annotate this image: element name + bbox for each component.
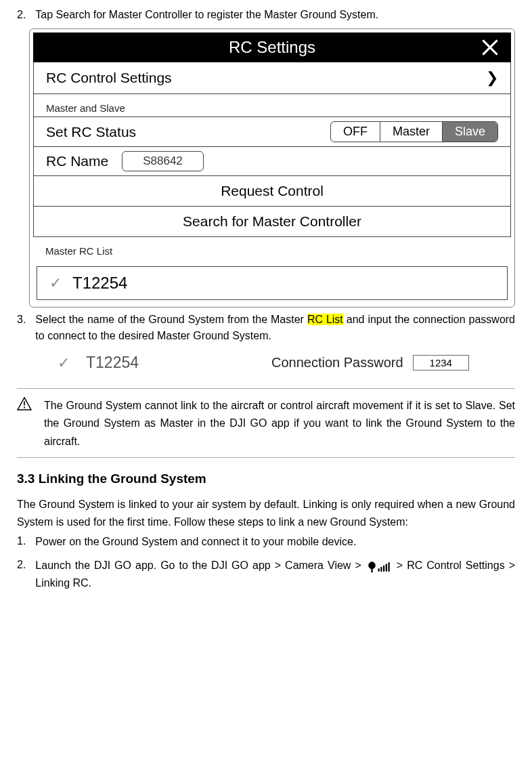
svg-rect-8 — [386, 564, 387, 571]
chevron-right-icon — [486, 69, 498, 87]
device-header: RC Settings — [33, 33, 511, 62]
settings-panel: RC Control Settings Master and Slave Set… — [33, 62, 511, 237]
master-rc-name: T12254 — [72, 274, 127, 293]
rc-name-value[interactable]: S88642 — [122, 151, 204, 171]
section-heading: 3.3 Linking the Ground System — [17, 471, 515, 486]
master-name: T12254 — [86, 354, 262, 372]
svg-rect-6 — [380, 567, 382, 572]
step-3: 3. Select the name of the Ground System … — [17, 312, 515, 344]
close-icon[interactable] — [481, 39, 499, 56]
row-label: RC Control Settings — [46, 70, 172, 86]
step-number: 3. — [17, 312, 26, 344]
rc-settings-screenshot: RC Settings RC Control Settings Master a… — [29, 28, 515, 308]
step-text: Select the name of the Ground System fro… — [35, 312, 515, 344]
request-control-button[interactable]: Request Control — [34, 176, 510, 207]
status-segmented-control[interactable]: OFF Master Slave — [330, 121, 498, 142]
step3-prefix: Select the name of the Ground System fro… — [35, 314, 307, 325]
step-number: 2. — [17, 7, 26, 23]
rc-signal-icon — [367, 560, 391, 573]
link-step-1: 1. Power on the Ground System and connec… — [17, 533, 515, 551]
search-master-button[interactable]: Search for Master Controller — [34, 207, 510, 236]
step-text: Tap Search for Master Controller to regi… — [35, 7, 515, 23]
step-text: Launch the DJI GO app. Go to the DJI GO … — [35, 557, 515, 593]
section-intro: The Ground System is linked to your air … — [17, 496, 515, 530]
master-rc-list-item[interactable]: ✓ T12254 — [37, 266, 508, 300]
seg-slave[interactable]: Slave — [443, 122, 497, 142]
divider — [17, 457, 515, 458]
link-step2-part1: Launch the DJI GO app. Go to the DJI GO … — [35, 560, 361, 571]
connection-password-label: Connection Password — [271, 355, 403, 371]
rc-control-settings-row[interactable]: RC Control Settings — [34, 62, 510, 94]
step-2: 2. Tap Search for Master Controller to r… — [17, 7, 515, 23]
warning-icon — [17, 397, 32, 450]
svg-rect-9 — [388, 562, 389, 572]
rc-name-row: RC Name S88642 — [34, 147, 510, 176]
master-rc-list-label: Master RC List — [33, 237, 511, 266]
check-icon: ✓ — [49, 274, 62, 292]
warning-block: The Ground System cannot link to the air… — [17, 397, 515, 450]
svg-rect-3 — [370, 562, 374, 563]
seg-off[interactable]: OFF — [331, 122, 380, 142]
step-text: Power on the Ground System and connect i… — [35, 533, 515, 551]
seg-master[interactable]: Master — [380, 122, 443, 142]
rc-list-highlight: RC List — [307, 314, 343, 325]
check-icon: ✓ — [58, 354, 70, 372]
connection-example-row: ✓ T12254 Connection Password 1234 — [58, 354, 515, 372]
svg-point-1 — [24, 407, 25, 408]
link-step-2: 2. Launch the DJI GO app. Go to the DJI … — [17, 557, 515, 593]
device-title: RC Settings — [229, 38, 315, 57]
rc-name-label: RC Name — [46, 153, 108, 169]
set-rc-status-row: Set RC Status OFF Master Slave — [34, 117, 510, 147]
svg-rect-5 — [378, 568, 379, 572]
set-rc-status-label: Set RC Status — [46, 124, 136, 140]
connection-password-input[interactable]: 1234 — [413, 355, 469, 371]
divider — [17, 388, 515, 389]
step-number: 2. — [17, 557, 26, 593]
svg-rect-7 — [383, 565, 384, 571]
master-slave-label: Master and Slave — [34, 94, 510, 117]
step-number: 1. — [17, 533, 26, 551]
warning-text: The Ground System cannot link to the air… — [44, 397, 515, 450]
